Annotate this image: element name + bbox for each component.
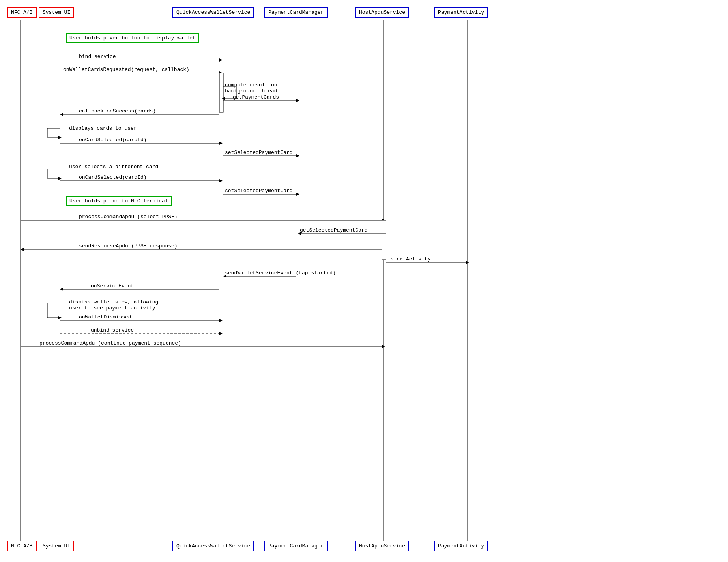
svg-text:processCommandApdu (select PPS: processCommandApdu (select PPSE) (79, 214, 178, 220)
svg-marker-28 (219, 142, 223, 145)
svg-marker-41 (296, 193, 299, 196)
svg-text:sendWalletServiceEvent (tap st: sendWalletServiceEvent (tap started) (225, 270, 336, 276)
svg-marker-36 (58, 177, 62, 180)
svg-marker-65 (58, 316, 62, 319)
svg-text:processCommandApdu (continue p: processCommandApdu (continue payment seq… (39, 340, 181, 346)
actor-pa-top: PaymentActivity (434, 7, 488, 18)
svg-text:onWalletCardsRequested(request: onWalletCardsRequested(request, callback… (63, 67, 189, 73)
svg-marker-31 (296, 154, 299, 157)
svg-marker-60 (60, 288, 63, 291)
svg-rect-46 (382, 220, 386, 260)
svg-marker-73 (382, 345, 385, 348)
svg-text:unbind service: unbind service (91, 327, 134, 333)
svg-marker-26 (58, 136, 62, 139)
note-nfc-terminal: User holds phone to NFC terminal (66, 196, 172, 206)
svg-text:bind service: bind service (79, 54, 116, 60)
svg-text:callback.onSuccess(cards): callback.onSuccess(cards) (79, 108, 156, 114)
svg-text:getSelectedPaymentCard: getSelectedPaymentCard (300, 227, 368, 233)
note-power-button: User holds power button to display walle… (66, 33, 199, 43)
label-dismiss-wallet: dismiss wallet view, allowinguser to see… (69, 299, 158, 311)
svg-marker-48 (298, 232, 301, 235)
svg-text:getPaymentCards: getPaymentCards (233, 94, 279, 100)
svg-marker-38 (219, 179, 223, 182)
actor-sysui-top: System UI (39, 7, 74, 18)
svg-marker-51 (21, 248, 24, 251)
label-compute: compute result onbackground thread (225, 82, 277, 94)
svg-text:onWalletDismissed: onWalletDismissed (79, 314, 131, 320)
actor-pa-bottom: PaymentActivity (434, 541, 488, 551)
svg-text:setSelectedPaymentCard: setSelectedPaymentCard (225, 150, 293, 155)
actor-has-bottom: HostApduService (355, 541, 409, 551)
svg-marker-57 (223, 275, 226, 278)
svg-marker-21 (60, 113, 63, 116)
svg-text:setSelectedPaymentCard: setSelectedPaymentCard (225, 188, 293, 194)
actor-sysui-bottom: System UI (39, 541, 74, 551)
actor-qaws-bottom: QuickAccessWalletService (172, 541, 254, 551)
svg-text:onCardSelected(cardId): onCardSelected(cardId) (79, 137, 147, 143)
svg-marker-54 (466, 261, 469, 264)
svg-text:startActivity: startActivity (391, 256, 431, 262)
svg-marker-70 (219, 332, 223, 335)
actor-has-top: HostApduService (355, 7, 409, 18)
svg-text:onCardSelected(cardId): onCardSelected(cardId) (79, 174, 147, 180)
label-user-selects: user selects a different card (69, 164, 158, 170)
svg-marker-44 (382, 219, 385, 222)
svg-marker-16 (222, 97, 225, 100)
actor-pcm-bottom: PaymentCardManager (264, 541, 328, 551)
svg-text:sendResponseApdu (PPSE respons: sendResponseApdu (PPSE response) (79, 243, 178, 249)
svg-marker-10 (219, 71, 223, 75)
actor-nfc-bottom: NFC A/B (7, 541, 37, 551)
actor-nfc-top: NFC A/B (7, 7, 37, 18)
arrows-svg: bind service onWalletCardsRequested(requ… (0, 0, 728, 562)
label-displays-cards: displays cards to user (69, 126, 137, 131)
svg-text:onServiceEvent: onServiceEvent (91, 283, 134, 289)
actor-qaws-top: QuickAccessWalletService (172, 7, 254, 18)
svg-marker-67 (219, 319, 223, 322)
sequence-diagram: NFC A/B System UI QuickAccessWalletServi… (0, 0, 728, 562)
svg-marker-7 (219, 58, 223, 62)
svg-rect-12 (219, 73, 223, 112)
actor-pcm-top: PaymentCardManager (264, 7, 328, 18)
svg-marker-18 (296, 99, 299, 102)
